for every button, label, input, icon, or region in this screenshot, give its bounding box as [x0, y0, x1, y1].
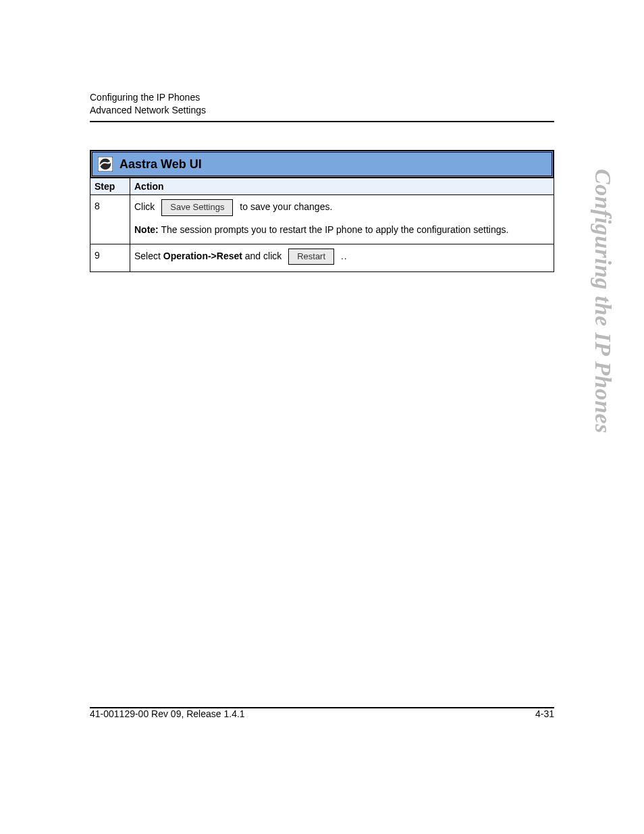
note-label: Note: [134, 224, 159, 235]
action-cell: Click Save Settings to save your changes… [130, 195, 554, 244]
footer-left: 41-001129-00 Rev 09, Release 1.4.1 [90, 708, 245, 719]
save-settings-button[interactable]: Save Settings [161, 199, 233, 216]
procedure-table-wrap: Aastra Web UI Step Action 8 Click Save S… [90, 150, 554, 272]
page: Configuring the IP Phones Advanced Netwo… [0, 0, 644, 834]
note-text: The session prompts you to restart the I… [161, 224, 508, 235]
col-header-step: Step [90, 178, 130, 195]
operation-path: Operation->Reset [163, 250, 242, 261]
globe-icon [98, 157, 113, 172]
action-cell: Select Operation->Reset and click Restar… [130, 244, 554, 272]
table-title-row: Aastra Web UI [90, 151, 554, 178]
restart-button[interactable]: Restart [288, 249, 334, 265]
table-row: 9 Select Operation->Reset and click Rest… [90, 244, 554, 272]
step-cell: 9 [90, 244, 130, 272]
header-line-2: Advanced Network Settings [90, 104, 554, 117]
step-cell: 8 [90, 195, 130, 244]
and-click-label: and click [245, 250, 281, 261]
table-header-row: Step Action [90, 178, 554, 195]
footer-right: 4-31 [535, 708, 554, 719]
trailing-dots: .. [341, 250, 348, 261]
table-title-text: Aastra Web UI [119, 157, 202, 172]
page-header: Configuring the IP Phones Advanced Netwo… [90, 91, 554, 122]
procedure-table: Aastra Web UI Step Action 8 Click Save S… [90, 150, 554, 272]
table-title-inner: Aastra Web UI [90, 151, 554, 178]
col-header-action: Action [130, 178, 554, 195]
header-rule [90, 121, 554, 122]
header-line-1: Configuring the IP Phones [90, 91, 554, 104]
select-label: Select [134, 250, 161, 261]
side-chapter-heading: Configuring the IP Phones [589, 169, 616, 434]
click-label: Click [134, 201, 155, 212]
after-save-text: to save your changes. [240, 201, 332, 212]
table-row: 8 Click Save Settings to save your chang… [90, 195, 554, 244]
